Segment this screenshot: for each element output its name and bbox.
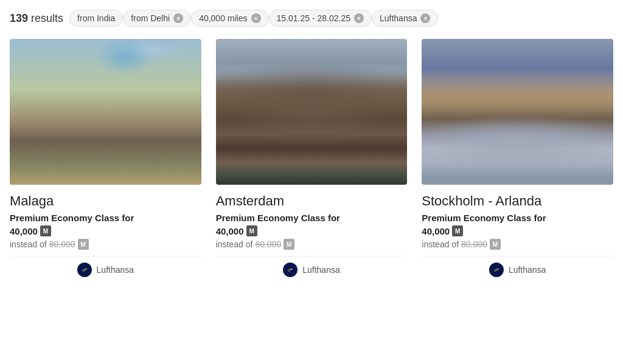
card-footer: Lufthansa — [10, 256, 201, 280]
filter-chip-dates[interactable]: 15.01.25 - 28.02.25× — [269, 10, 372, 27]
airline-label: Lufthansa — [302, 265, 340, 275]
card-footer: Lufthansa — [216, 256, 408, 280]
filter-remove-button[interactable]: × — [420, 13, 430, 23]
card-city: Amsterdam — [216, 193, 408, 209]
card-price: 40,000 — [422, 226, 450, 236]
filter-chip-label: 15.01.25 - 28.02.25 — [277, 13, 350, 23]
card-image-malaga — [10, 39, 201, 185]
filter-chip-airline[interactable]: Lufthansa× — [372, 10, 439, 27]
filter-chip-label: from Delhi — [131, 13, 170, 23]
card-price-row: 40,000M — [10, 225, 201, 236]
svg-point-1 — [287, 266, 294, 273]
card-city: Malaga — [10, 193, 201, 209]
instead-label: instead of — [422, 239, 459, 249]
instead-label: instead of — [10, 239, 47, 249]
filter-remove-button[interactable]: × — [251, 13, 261, 23]
cards-grid: MalagaPremium Economy Class for40,000Min… — [10, 39, 613, 288]
card-class-label: Premium Economy Class for — [10, 213, 201, 223]
filter-chip-label: 40,000 miles — [199, 13, 247, 23]
results-count: 139 results — [10, 12, 63, 25]
card-price-row: 40,000M — [216, 225, 408, 236]
miles-icon: M — [246, 225, 257, 236]
card-price: 40,000 — [216, 226, 244, 236]
card-body: MalagaPremium Economy Class for40,000Min… — [10, 185, 201, 288]
card-instead-row: instead of80,000M — [10, 239, 201, 250]
card-class-label: Premium Economy Class for — [216, 213, 408, 223]
instead-label: instead of — [216, 239, 253, 249]
card-image-amsterdam — [216, 39, 408, 185]
filter-chip-from-delhi[interactable]: from Delhi× — [123, 10, 191, 27]
svg-point-2 — [492, 266, 500, 273]
lufthansa-logo — [283, 263, 298, 277]
airline-label: Lufthansa — [509, 265, 546, 275]
original-miles-icon: M — [78, 239, 89, 250]
filter-remove-button[interactable]: × — [354, 13, 364, 23]
original-miles-icon: M — [284, 239, 294, 250]
miles-icon: M — [452, 225, 463, 236]
airline-label: Lufthansa — [97, 265, 134, 275]
card-body: AmsterdamPremium Economy Class for40,000… — [216, 185, 408, 288]
filter-remove-button[interactable]: × — [173, 13, 183, 23]
card-image-stockholm — [422, 39, 613, 185]
filter-chips: from Indiafrom Delhi×40,000 miles×15.01.… — [69, 10, 438, 27]
card-instead-row: instead of80,000M — [216, 239, 408, 250]
card-amsterdam[interactable]: AmsterdamPremium Economy Class for40,000… — [216, 39, 408, 288]
card-instead-row: instead of80,000M — [422, 239, 613, 250]
lufthansa-logo — [489, 263, 504, 277]
original-price: 80,000 — [255, 239, 281, 249]
svg-point-0 — [80, 266, 88, 273]
card-price: 40,000 — [10, 226, 38, 236]
filter-chip-from-india: from India — [69, 10, 123, 27]
filter-chip-miles[interactable]: 40,000 miles× — [191, 10, 268, 27]
original-miles-icon: M — [490, 239, 501, 250]
original-price: 80,000 — [461, 239, 487, 249]
filter-header: 139 results from Indiafrom Delhi×40,000 … — [10, 10, 613, 27]
miles-icon: M — [40, 225, 51, 236]
filter-chip-label: Lufthansa — [380, 13, 417, 23]
card-class-label: Premium Economy Class for — [422, 213, 613, 223]
card-footer: Lufthansa — [422, 256, 613, 280]
original-price: 80,000 — [49, 239, 75, 249]
card-body: Stockholm - ArlandaPremium Economy Class… — [422, 185, 613, 288]
card-stockholm[interactable]: Stockholm - ArlandaPremium Economy Class… — [422, 39, 613, 288]
card-city: Stockholm - Arlanda — [422, 193, 613, 209]
card-malaga[interactable]: MalagaPremium Economy Class for40,000Min… — [10, 39, 201, 288]
card-price-row: 40,000M — [422, 225, 613, 236]
filter-chip-label: from India — [77, 13, 115, 23]
lufthansa-logo — [77, 263, 92, 277]
